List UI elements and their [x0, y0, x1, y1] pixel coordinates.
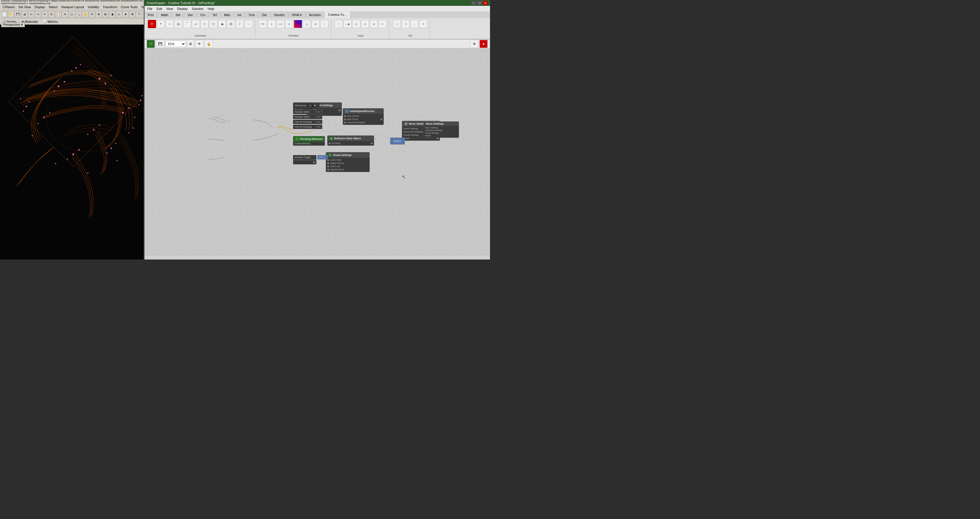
close-btn[interactable]: ✕: [483, 1, 488, 5]
menu-display[interactable]: Display: [33, 5, 46, 9]
gh-port-vs-l3[interactable]: [327, 166, 329, 167]
gh-canvas[interactable]: S Speed Settings All Settings Brownian D…: [144, 48, 490, 255]
gh-icon-box[interactable]: □: [200, 20, 209, 28]
gh-icon-knob[interactable]: ◎: [370, 20, 378, 28]
zoom-btn[interactable]: 🔍: [75, 11, 82, 17]
gh-icon-mesh[interactable]: ⬡: [209, 20, 218, 28]
gh-tab-crv[interactable]: Crv: [197, 12, 209, 18]
gh-port-trail-r[interactable]: [313, 162, 315, 163]
gh-tab-culebra[interactable]: Culebra Tu...: [325, 12, 350, 18]
gh-menu-edit[interactable]: Edit: [155, 7, 164, 11]
gh-icon-group[interactable]: ⬜: [393, 20, 401, 28]
gh-icon-relay[interactable]: →: [410, 20, 418, 28]
gh-menu-file[interactable]: File: [145, 7, 154, 11]
menu-transform[interactable]: Transform: [101, 5, 119, 9]
tab-metrics[interactable]: 📊 Metrics: [41, 19, 60, 24]
gh-filter-btn[interactable]: F/T T: [317, 155, 328, 159]
gh-tab-set[interactable]: Set: [172, 12, 185, 18]
gh-tab-math[interactable]: Math: [158, 12, 172, 18]
gh-icon-num[interactable]: 1.0: [276, 20, 285, 28]
gh-node-initial-speed[interactable]: I InitialSpeedDirector Max Speed Max For…: [343, 108, 384, 125]
gh-tab-vec[interactable]: Vec: [184, 12, 197, 18]
gh-preview-icon[interactable]: ●: [479, 40, 488, 48]
gh-port-movesettings-r[interactable]: [380, 119, 382, 120]
print-btn[interactable]: 🖨: [21, 11, 28, 17]
open-btn[interactable]: 📂: [8, 11, 14, 17]
gh-doc-icon[interactable]: 🌿: [146, 40, 155, 48]
gh-tab-archeim[interactable]: Archeim: [305, 12, 325, 18]
undo-btn[interactable]: ↩: [28, 11, 35, 17]
gh-fit-btn[interactable]: ⊞: [187, 40, 194, 48]
viewport-label[interactable]: Perspective ▾: [1, 22, 25, 27]
gh-settings-icon[interactable]: ⚙: [470, 40, 478, 48]
cut-btn[interactable]: ✂: [41, 11, 48, 17]
menu-curve-tools[interactable]: Curve Tools: [119, 5, 139, 9]
rotate-btn[interactable]: ↻: [89, 11, 95, 17]
gh-icon-plane[interactable]: ⊟: [227, 20, 235, 28]
gh-view-icon[interactable]: 👁: [195, 40, 204, 48]
gh-menu-help[interactable]: Help: [206, 7, 216, 11]
gh-icon-text[interactable]: A: [285, 20, 293, 28]
gh-node-behavior-data[interactable]: B Behavior Data Object Flocking: [327, 135, 374, 146]
wire-btn[interactable]: ◇: [116, 11, 122, 17]
gh-tab-diva[interactable]: DIVA 4: [288, 12, 305, 18]
gh-port-velmult-l[interactable]: [344, 122, 346, 124]
gh-icon-line[interactable]: /: [235, 20, 244, 28]
gh-port-maxspeed-l[interactable]: [344, 115, 346, 117]
gh-icon-scribble[interactable]: ✏: [419, 20, 427, 28]
render-btn[interactable]: ★: [123, 11, 129, 17]
settings-btn[interactable]: ⚙: [129, 11, 135, 17]
gh-node-flocking[interactable]: 🌿 Flocking Behavior Culebra Behavior: [293, 136, 325, 146]
gh-tab-int[interactable]: Int: [234, 12, 245, 18]
menu-select[interactable]: Select: [47, 5, 59, 9]
gh-icon-complex[interactable]: i: [320, 20, 328, 28]
save-btn[interactable]: 💾: [14, 11, 21, 17]
gh-icon-button[interactable]: [·]: [352, 20, 360, 28]
menu-setview[interactable]: Set View: [17, 5, 32, 9]
gh-slider-1[interactable]: Number Slider 0 17: [293, 110, 322, 114]
gh-icon-vector[interactable]: →: [244, 20, 253, 28]
pan-btn[interactable]: ✋: [82, 11, 88, 17]
gh-slider-2[interactable]: Number Slider 1 00: [293, 115, 322, 119]
gh-icon-bool[interactable]: T/F: [259, 20, 267, 28]
grid-btn[interactable]: ⊞: [102, 11, 108, 17]
redo-btn[interactable]: ↪: [35, 11, 41, 17]
gh-icon-list[interactable]: ≡: [379, 20, 387, 28]
gh-tab-srf[interactable]: Srf: [209, 12, 221, 18]
gh-tab-trns[interactable]: Trns: [245, 12, 259, 18]
rhino-viewport[interactable]: [0, 25, 144, 259]
gh-icon-brep[interactable]: ◈: [218, 20, 226, 28]
gh-slider-3[interactable]: Use for Flocking 0.00: [293, 120, 322, 124]
delete-btn[interactable]: ✕: [62, 11, 68, 17]
menu-visibility[interactable]: Visibility: [86, 5, 101, 9]
gh-port-bd-r[interactable]: [371, 143, 372, 144]
gh-tab-dis[interactable]: Dis: [258, 12, 270, 18]
paste-btn[interactable]: 📋: [55, 11, 62, 17]
gh-menu-display[interactable]: Display: [175, 7, 189, 11]
gh-icon-sphere[interactable]: ◎: [174, 20, 182, 28]
gh-lock-icon[interactable]: 🔒: [205, 40, 213, 48]
gh-node-button[interactable]: Button: [390, 138, 405, 144]
gh-menu-view[interactable]: View: [164, 7, 175, 11]
maximize-btn[interactable]: □: [477, 1, 482, 5]
new-btn[interactable]: 📄: [1, 11, 8, 17]
gh-icon-toggle[interactable]: ⊙: [361, 20, 369, 28]
gh-dim-select[interactable]: 2D3D: [307, 103, 318, 107]
gh-icon-close[interactable]: ✕: [148, 20, 156, 28]
gh-port-vs-l2[interactable]: [327, 162, 329, 164]
gh-icon-int[interactable]: 1: [267, 20, 276, 28]
gh-icon-point[interactable]: •: [157, 20, 165, 28]
gh-node-visual-settings[interactable]: V Visual Settings Color Data Apply Textu…: [326, 152, 370, 172]
gh-icon-domain[interactable]: { }: [303, 20, 311, 28]
menu-viewport-layout[interactable]: Viewport Layout: [59, 5, 86, 9]
gh-bool-toggle[interactable]: Boolean Toggle: [293, 155, 317, 159]
gh-icon-circle[interactable]: ○: [165, 20, 173, 28]
gh-icon-matrix[interactable]: M: [312, 20, 320, 28]
copy-btn[interactable]: ⎘: [48, 11, 55, 17]
snap-btn[interactable]: ⊕: [95, 11, 102, 17]
gh-port-maxforce-l[interactable]: [344, 119, 346, 120]
gh-icon-panel[interactable]: 📋: [334, 20, 343, 28]
gh-port-bd-l[interactable]: [329, 143, 331, 144]
gh-tab-prm[interactable]: Prm: [144, 12, 158, 18]
gh-icon-curve[interactable]: ⌒: [183, 20, 191, 28]
